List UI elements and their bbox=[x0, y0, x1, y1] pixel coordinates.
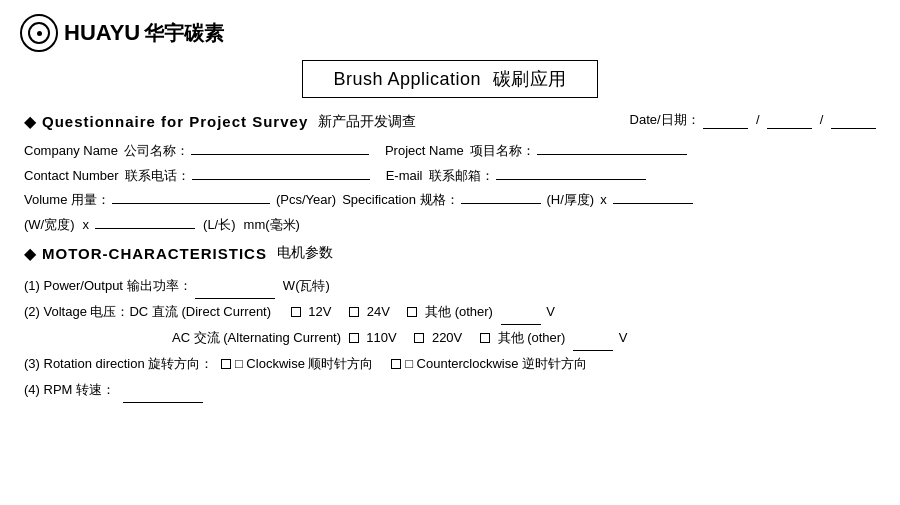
v110-box bbox=[349, 333, 359, 343]
ccw-checkbox[interactable]: □ Counterclockwise 逆时针方向 bbox=[391, 356, 587, 371]
v-ac-unit: V bbox=[619, 330, 628, 345]
project-name-cn: 项目名称： bbox=[470, 139, 535, 164]
questionnaire-section: ◆ Questionnaire for Project Survey 新产品开发… bbox=[0, 108, 900, 238]
volume-spec-row: Volume 用量： (Pcs/Year) Specification 规格： … bbox=[24, 188, 876, 213]
email-cn: 联系邮箱： bbox=[429, 164, 494, 189]
motor-title-en: MOTOR-CHARACTERISTICS bbox=[42, 245, 267, 262]
rpm-label: (4) RPM 转速： bbox=[24, 382, 115, 397]
date-month[interactable] bbox=[767, 115, 812, 129]
spec-h-input[interactable] bbox=[461, 190, 541, 204]
other-ac-checkbox[interactable]: 其他 (other) bbox=[480, 330, 569, 345]
title-en: Brush Application bbox=[333, 69, 481, 89]
h-label: (H/厚度) bbox=[547, 188, 595, 213]
cw-checkbox[interactable]: □ Clockwise 顺时针方向 bbox=[221, 356, 377, 371]
l-label: (L/长) bbox=[203, 213, 236, 238]
other-dc-checkbox[interactable]: 其他 (other) bbox=[407, 304, 496, 319]
date-year[interactable] bbox=[831, 115, 876, 129]
logo-icon bbox=[20, 14, 58, 52]
v220-checkbox[interactable]: 220V bbox=[414, 330, 466, 345]
email-input[interactable] bbox=[496, 166, 646, 180]
title-cn: 碳刷应用 bbox=[493, 69, 567, 89]
x-label2: x bbox=[83, 213, 90, 238]
v220-label: 220V bbox=[428, 330, 462, 345]
x-label: x bbox=[600, 188, 607, 213]
logo-text-cn: 华宇碳素 bbox=[144, 20, 224, 47]
other-dc-input[interactable] bbox=[501, 311, 541, 325]
spec-w-input[interactable] bbox=[613, 190, 693, 204]
cw-box bbox=[221, 359, 231, 369]
rotation-row: (3) Rotation direction 旋转方向： □ Clockwise… bbox=[24, 351, 876, 377]
spec-label: Specification 规格： bbox=[342, 188, 458, 213]
v110-label: 110V bbox=[363, 330, 397, 345]
v110-checkbox[interactable]: 110V bbox=[349, 330, 401, 345]
project-name-label: Project Name bbox=[385, 139, 464, 164]
rpm-input[interactable] bbox=[123, 389, 203, 403]
contact-input[interactable] bbox=[192, 166, 370, 180]
power-row: (1) Power/Output 输出功率： W(瓦特) bbox=[24, 273, 876, 299]
voltage-ac-row: AC 交流 (Alternating Current) 110V 220V 其他… bbox=[172, 325, 876, 351]
power-unit: W(瓦特) bbox=[283, 278, 330, 293]
project-name-input[interactable] bbox=[537, 141, 687, 155]
volume-label: Volume 用量： bbox=[24, 188, 110, 213]
w-label: (W/宽度) bbox=[24, 213, 75, 238]
power-input[interactable] bbox=[195, 285, 275, 299]
title-box: Brush Application 碳刷应用 bbox=[302, 60, 597, 98]
other-ac-box bbox=[480, 333, 490, 343]
other-ac-input[interactable] bbox=[573, 337, 613, 351]
other-dc-label: 其他 (other) bbox=[421, 304, 493, 319]
other-dc-box bbox=[407, 307, 417, 317]
questionnaire-header: ◆ Questionnaire for Project Survey 新产品开发… bbox=[24, 112, 416, 131]
v-dc-unit: V bbox=[546, 304, 555, 319]
questionnaire-title-en: Questionnaire for Project Survey bbox=[42, 113, 308, 130]
diamond-icon: ◆ bbox=[24, 112, 36, 131]
contact-label: Contact Number bbox=[24, 164, 119, 189]
date-sep2: / bbox=[820, 112, 824, 127]
volume-input[interactable] bbox=[112, 190, 270, 204]
title-section: Brush Application 碳刷应用 bbox=[0, 60, 900, 98]
rotation-label: (3) Rotation direction 旋转方向： bbox=[24, 356, 213, 371]
company-project-row: Company Name 公司名称： Project Name 项目名称： bbox=[24, 139, 876, 164]
logo-text-en: HUAYU bbox=[64, 20, 140, 46]
v24-checkbox[interactable]: 24V bbox=[349, 304, 393, 319]
pcs-year: (Pcs/Year) bbox=[276, 188, 336, 213]
v220-box bbox=[414, 333, 424, 343]
contact-cn: 联系电话： bbox=[125, 164, 190, 189]
rpm-row: (4) RPM 转速： bbox=[24, 377, 876, 403]
diamond-icon2: ◆ bbox=[24, 244, 36, 263]
v12-label: 12V bbox=[305, 304, 332, 319]
header: HUAYU 华宇碳素 bbox=[0, 0, 900, 60]
mm-label: mm(毫米) bbox=[244, 213, 300, 238]
ccw-label: □ Counterclockwise 逆时针方向 bbox=[405, 356, 587, 371]
voltage-dc-row: (2) Voltage 电压：DC 直流 (Direct Current) 12… bbox=[24, 299, 876, 325]
date-day[interactable] bbox=[703, 115, 748, 129]
motor-header: ◆ MOTOR-CHARACTERISTICS 电机参数 bbox=[24, 244, 876, 263]
company-name-input[interactable] bbox=[191, 141, 369, 155]
company-name-label: Company Name bbox=[24, 139, 118, 164]
contact-email-row: Contact Number 联系电话： E-mail 联系邮箱： bbox=[24, 164, 876, 189]
ac-label: AC 交流 (Alternating Current) bbox=[172, 330, 341, 345]
date-sep1: / bbox=[756, 112, 760, 127]
motor-title-cn: 电机参数 bbox=[277, 244, 333, 262]
other-ac-label: 其他 (other) bbox=[494, 330, 566, 345]
company-name-cn: 公司名称： bbox=[124, 139, 189, 164]
spec-l-input[interactable] bbox=[95, 215, 195, 229]
wl-row: (W/宽度) x (L/长) mm(毫米) bbox=[24, 213, 876, 238]
voltage-label: (2) Voltage 电压：DC 直流 (Direct Current) bbox=[24, 304, 271, 319]
date-field: Date/日期： / / bbox=[630, 111, 876, 129]
v24-label: 24V bbox=[363, 304, 390, 319]
v12-checkbox[interactable]: 12V bbox=[291, 304, 335, 319]
ccw-box bbox=[391, 359, 401, 369]
email-label: E-mail bbox=[386, 164, 423, 189]
v24-box bbox=[349, 307, 359, 317]
questionnaire-title-cn: 新产品开发调查 bbox=[318, 113, 416, 131]
motor-section: ◆ MOTOR-CHARACTERISTICS 电机参数 (1) Power/O… bbox=[0, 244, 900, 403]
power-label: (1) Power/Output 输出功率： bbox=[24, 278, 192, 293]
v12-box bbox=[291, 307, 301, 317]
cw-label: □ Clockwise 顺时针方向 bbox=[235, 356, 374, 371]
date-label: Date/日期： bbox=[630, 112, 700, 127]
